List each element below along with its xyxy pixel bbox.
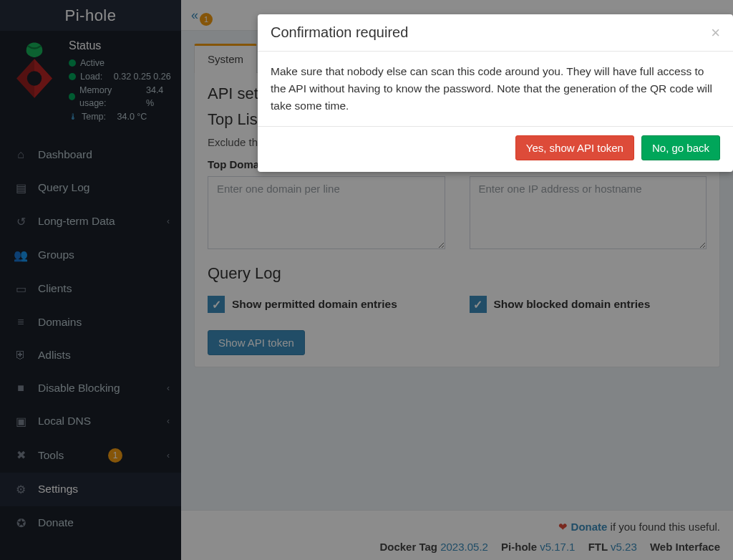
modal-yes-button[interactable]: Yes, show API token: [515, 135, 634, 160]
modal-close-button[interactable]: ×: [711, 25, 720, 41]
modal-title: Confirmation required: [271, 24, 408, 41]
modal-no-button[interactable]: No, go back: [641, 135, 720, 160]
confirmation-modal: Confirmation required × Make sure that n…: [258, 14, 733, 172]
modal-body-text: Make sure that nobody else can scan this…: [258, 52, 733, 126]
